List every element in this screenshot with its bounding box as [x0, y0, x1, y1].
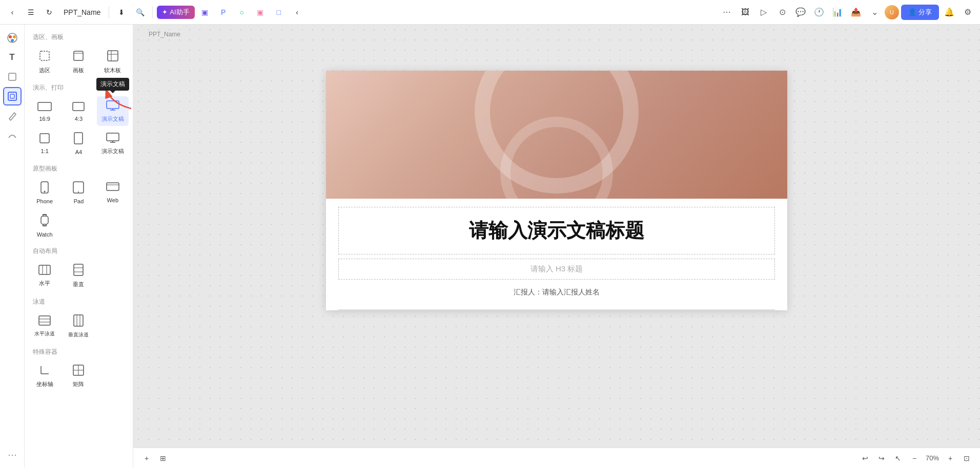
- sidebar-item-shape[interactable]: [3, 68, 22, 86]
- comment-button[interactable]: 💬: [792, 4, 809, 20]
- panel-item-1-1[interactable]: 1:1: [29, 128, 60, 158]
- juzhen-icon: [73, 365, 84, 378]
- zoom-level[interactable]: 70%: [924, 454, 941, 462]
- stats-button[interactable]: 📊: [829, 4, 846, 20]
- template-button[interactable]: 🖼: [737, 4, 753, 20]
- publish-button[interactable]: 📤: [848, 4, 864, 20]
- panel-item-xuanqu[interactable]: 选区: [29, 46, 60, 77]
- svg-rect-37: [39, 265, 50, 274]
- slide-title-box[interactable]: 请输入演示文稿标题: [338, 207, 775, 254]
- svg-rect-40: [74, 264, 83, 275]
- panel-item-a4[interactable]: A4: [63, 128, 94, 158]
- panel-item-4-3[interactable]: 4:3: [63, 96, 94, 126]
- share-button[interactable]: 👤 分享: [901, 5, 939, 20]
- plugin-4-button[interactable]: ▣: [252, 4, 269, 20]
- panel-item-shuiping[interactable]: 水平: [29, 260, 60, 291]
- sidebar-item-color[interactable]: [3, 29, 22, 47]
- panel-item-watch[interactable]: Watch: [29, 209, 60, 241]
- panel-item-16-9[interactable]: 16:9: [29, 96, 60, 126]
- record-button[interactable]: ⊙: [774, 4, 790, 20]
- sidebar-item-text[interactable]: T: [3, 48, 22, 67]
- shuiping-yongdao-label: 水平泳道: [34, 330, 55, 337]
- chevron-more-button[interactable]: ⌄: [866, 4, 883, 20]
- more-options-button[interactable]: ⋯: [719, 4, 735, 20]
- present-button[interactable]: ▷: [756, 4, 772, 20]
- zoom-out-button[interactable]: −: [907, 451, 922, 465]
- sidebar-item-frame[interactable]: [3, 87, 22, 105]
- download-button[interactable]: ⬇: [113, 4, 130, 20]
- panel-item-yanshi-wengao2[interactable]: 演示文稿: [97, 128, 129, 158]
- panel-item-juzhen[interactable]: 矩阵: [63, 360, 94, 391]
- panel-item-shuiping-yongdao[interactable]: 水平泳道: [29, 310, 60, 342]
- sidebar-item-connector[interactable]: [3, 126, 22, 144]
- icon-4-3: [72, 102, 85, 114]
- panel-item-yanshi-wengao[interactable]: 演示文稿 演示文稿: [97, 96, 129, 126]
- history-button[interactable]: 🕐: [811, 4, 827, 20]
- doc-title[interactable]: PPT_Name: [59, 6, 105, 18]
- grid-view-button[interactable]: ⊞: [156, 451, 170, 465]
- cursor-button[interactable]: ↖: [891, 451, 905, 465]
- collapse-button[interactable]: ‹: [289, 4, 305, 20]
- section-grid-5: 水平泳道 垂直泳道: [29, 310, 129, 342]
- section-title-4: 自动布局: [29, 245, 129, 260]
- panel-item-chuizhi[interactable]: 垂直: [63, 260, 94, 291]
- chuizhi-label: 垂直: [73, 281, 84, 288]
- svg-rect-8: [74, 51, 83, 60]
- slide-reporter[interactable]: 汇报人：请输入汇报人姓名: [338, 280, 775, 310]
- svg-point-1: [9, 35, 12, 38]
- slide-container[interactable]: 请输入演示文稿标题 请输入 H3 标题 汇报人：请输入汇报人姓名: [326, 71, 787, 310]
- chuizhi-icon: [73, 264, 84, 279]
- back-button[interactable]: ‹: [4, 4, 21, 20]
- slide-h3[interactable]: 请输入 H3 标题: [344, 264, 769, 274]
- label-yanshi2: 演示文稿: [101, 147, 124, 155]
- sync-button[interactable]: ↻: [41, 4, 57, 20]
- plugin-2-button[interactable]: P: [215, 4, 232, 20]
- section-title-5: 泳道: [29, 295, 129, 310]
- avatar[interactable]: U: [885, 5, 899, 19]
- panel-item-rumuban[interactable]: 软木板: [97, 46, 129, 77]
- plugin-1-button[interactable]: ▣: [197, 4, 213, 20]
- svg-point-25: [44, 191, 46, 193]
- label-16-9: 16:9: [39, 116, 50, 122]
- section-grid-6: 坐标轴 矩阵: [29, 360, 129, 391]
- zoom-in-button[interactable]: +: [943, 451, 957, 465]
- huaban-label: 画板: [73, 67, 84, 74]
- add-page-button[interactable]: +: [139, 451, 154, 465]
- panel-item-phone[interactable]: Phone: [29, 177, 60, 207]
- notification-button[interactable]: 🔔: [941, 4, 957, 20]
- panel-item-zuobiao[interactable]: 坐标轴: [29, 360, 60, 391]
- plugin-5-button[interactable]: □: [271, 4, 287, 20]
- watch-label: Watch: [37, 231, 53, 238]
- canvas-label: PPT_Name: [149, 31, 180, 38]
- fit-button[interactable]: ⊡: [959, 451, 974, 465]
- svg-rect-43: [39, 316, 50, 325]
- svg-rect-10: [108, 51, 118, 61]
- sidebar-item-pencil[interactable]: [3, 107, 22, 125]
- slide-main-title[interactable]: 请输入演示文稿标题: [349, 218, 764, 244]
- canvas-area[interactable]: PPT_Name 请输入演示文稿标题 请输入 H3 标题 汇报人：请输入汇报人姓…: [133, 25, 980, 468]
- sidebar-item-more[interactable]: ⋯: [3, 445, 22, 464]
- redo-button[interactable]: ↪: [874, 451, 889, 465]
- zuobiao-label: 坐标轴: [36, 380, 53, 388]
- section-grid-2: 16:9 4:3 演示文稿 演示文稿 1:1: [29, 96, 129, 158]
- bottom-toolbar: + ⊞ ↩ ↪ ↖ − 70% + ⊡: [133, 448, 980, 468]
- panel-item-web[interactable]: Web: [97, 177, 129, 207]
- undo-button[interactable]: ↩: [858, 451, 872, 465]
- panel-item-chuizhi-yongdao[interactable]: 垂直泳道: [63, 310, 94, 342]
- shuiping-icon: [38, 265, 51, 278]
- phone-icon: [40, 181, 49, 196]
- panel: 选区、画板 选区 画板 软木板 演示、打印: [25, 25, 133, 468]
- xuanqu-icon: [38, 50, 51, 65]
- search-button[interactable]: 🔍: [132, 4, 148, 20]
- panel-item-huaban[interactable]: 画板: [63, 46, 94, 77]
- menu-button[interactable]: ☰: [23, 4, 39, 20]
- ai-assistant-button[interactable]: ✦ AI助手: [157, 6, 194, 19]
- shuiping-yongdao-icon: [38, 315, 51, 328]
- slide-h3-box[interactable]: 请输入 H3 标题: [338, 259, 775, 280]
- panel-item-pad[interactable]: Pad: [63, 177, 94, 207]
- settings-button[interactable]: ⚙: [959, 4, 976, 20]
- label-1-1: 1:1: [41, 148, 49, 154]
- reporter-text[interactable]: 汇报人：请输入汇报人姓名: [514, 288, 600, 296]
- svg-point-27: [78, 192, 79, 193]
- plugin-3-button[interactable]: ○: [234, 4, 250, 20]
